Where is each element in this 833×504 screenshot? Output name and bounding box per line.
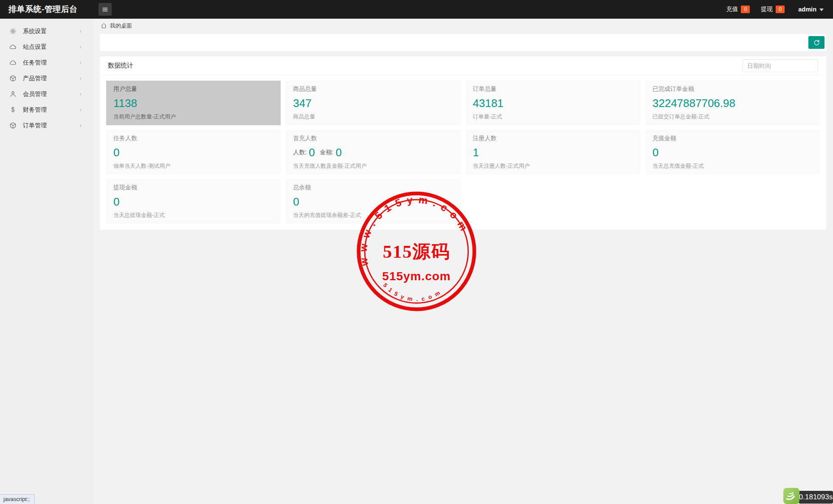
withdraw-count-badge[interactable]: 0 bbox=[776, 6, 785, 14]
stat-card-total-orders[interactable]: 订单总量 43181 订单量-正式 bbox=[466, 81, 640, 125]
date-filter-input[interactable] bbox=[743, 59, 818, 72]
card-label: 任务人数 bbox=[113, 135, 273, 142]
stat-card-total-balance[interactable]: 总余额 0 当天的充值提现余额差-正式 bbox=[286, 179, 460, 224]
sidebar-item-task-management[interactable]: 任务管理 bbox=[0, 55, 93, 70]
user-menu[interactable]: admin bbox=[798, 6, 824, 13]
pair-key: 人数: bbox=[293, 149, 307, 156]
card-desc: 当天注册人数-正式用户 bbox=[473, 162, 633, 170]
refresh-button[interactable] bbox=[808, 36, 825, 49]
card-label: 订单总量 bbox=[473, 85, 633, 93]
card-value: 1138 bbox=[113, 98, 273, 109]
chevron-left-icon bbox=[78, 29, 83, 34]
sidebar-item-label: 任务管理 bbox=[23, 59, 47, 67]
cloud-icon bbox=[9, 59, 17, 66]
pair-value: 0 bbox=[309, 147, 315, 158]
app-title: 排单系统-管理后台 bbox=[0, 4, 78, 15]
sidebar-item-label: 系统设置 bbox=[23, 28, 47, 35]
stamp-arc-bottom-text: 5 1 5 y m . c o m bbox=[382, 282, 442, 302]
user-icon bbox=[9, 90, 17, 98]
chevron-left-icon bbox=[78, 92, 83, 97]
pair-value: 0 bbox=[336, 147, 342, 158]
hamburger-icon bbox=[101, 6, 109, 13]
card-desc: 做单当天人数-测试用户 bbox=[113, 162, 273, 170]
breadcrumb: 我的桌面 bbox=[93, 19, 833, 33]
card-value: 0 bbox=[113, 147, 273, 158]
card-desc: 当前用户总数量-正式用户 bbox=[113, 113, 273, 121]
stat-card-completed-order-amount[interactable]: 已完成订单金额 32247887706.98 已提交订单总金额-正式 bbox=[645, 81, 820, 125]
stats-cards-grid: 用户总量 1138 当前用户总数量-正式用户 商品总量 347 商品总量 订单总… bbox=[100, 75, 826, 229]
card-label: 已完成订单金额 bbox=[653, 85, 813, 93]
stats-panel: 数据统计 用户总量 1138 当前用户总数量-正式用户 商品总量 347 商品总… bbox=[100, 56, 826, 230]
breadcrumb-label: 我的桌面 bbox=[110, 22, 132, 30]
card-desc: 当天总提现金额-正式 bbox=[113, 211, 273, 219]
card-label: 充值金额 bbox=[653, 135, 813, 142]
card-desc: 已提交订单总金额-正式 bbox=[653, 113, 813, 121]
card-value: 1 bbox=[473, 147, 633, 158]
sidebar-toggle-button[interactable] bbox=[98, 3, 112, 16]
topbar-actions: 充值 0 提现 0 admin bbox=[726, 6, 833, 14]
card-value: 43181 bbox=[473, 98, 633, 109]
stat-card-first-recharge[interactable]: 首充人数 人数: 0 金额: 0 当天充值人数及金额-正式用户 bbox=[286, 130, 460, 175]
sidebar-item-product-management[interactable]: 产品管理 bbox=[0, 70, 93, 86]
card-label: 总余额 bbox=[293, 184, 453, 191]
card-label: 用户总量 bbox=[113, 85, 273, 93]
sidebar-item-label: 会员管理 bbox=[23, 90, 47, 98]
stat-card-registered-users[interactable]: 注册人数 1 当天注册人数-正式用户 bbox=[466, 130, 640, 175]
stat-card-task-users[interactable]: 任务人数 0 做单当天人数-测试用户 bbox=[106, 130, 281, 175]
sidebar-item-site-settings[interactable]: 站点设置 bbox=[0, 39, 93, 55]
topbar: 排单系统-管理后台 充值 0 提现 0 admin bbox=[0, 0, 833, 19]
cube-icon bbox=[9, 75, 17, 82]
withdraw-link[interactable]: 提现 bbox=[761, 6, 773, 13]
recharge-count-badge[interactable]: 0 bbox=[741, 6, 750, 14]
card-value: 0 bbox=[113, 196, 273, 207]
gear-icon bbox=[9, 28, 17, 35]
card-value: 347 bbox=[293, 98, 453, 109]
link-preview-tooltip: javascript:; bbox=[0, 494, 35, 504]
stats-title: 数据统计 bbox=[108, 62, 133, 70]
svg-text:5 1 5 y m . c o m: 5 1 5 y m . c o m bbox=[382, 282, 442, 302]
sidebar-item-label: 产品管理 bbox=[23, 75, 47, 82]
stats-header: 数据统计 bbox=[100, 56, 826, 75]
stat-card-total-users[interactable]: 用户总量 1138 当前用户总数量-正式用户 bbox=[106, 81, 281, 125]
card-value: 32247887706.98 bbox=[653, 98, 813, 109]
card-desc: 当天总充值金额-正式 bbox=[653, 162, 813, 170]
stat-card-total-products[interactable]: 商品总量 347 商品总量 bbox=[286, 81, 460, 125]
card-desc: 当天的充值提现余额差-正式 bbox=[293, 211, 453, 219]
sidebar-item-order-management[interactable]: 订单管理 bbox=[0, 118, 93, 133]
sidebar: 系统设置 站点设置 任务管理 产品管理 会员管理 财务管理 bbox=[0, 19, 93, 504]
tab-toolbar bbox=[100, 34, 826, 51]
username: admin bbox=[798, 6, 816, 13]
card-desc: 商品总量 bbox=[293, 113, 453, 121]
sidebar-item-system-settings[interactable]: 系统设置 bbox=[0, 23, 93, 39]
sidebar-item-label: 站点设置 bbox=[23, 43, 47, 51]
card-label: 商品总量 bbox=[293, 85, 453, 93]
stamp-center-text: 515源码 bbox=[383, 242, 450, 262]
card-label: 首充人数 bbox=[293, 135, 453, 142]
dollar-icon bbox=[9, 106, 17, 113]
sidebar-item-finance-management[interactable]: 财务管理 bbox=[0, 102, 93, 118]
sidebar-item-label: 订单管理 bbox=[23, 122, 47, 130]
chevron-left-icon bbox=[78, 107, 83, 113]
thinkphp-logo-icon[interactable] bbox=[783, 488, 799, 504]
recharge-link[interactable]: 充值 bbox=[726, 6, 738, 13]
chevron-left-icon bbox=[78, 45, 83, 50]
card-value: 0 bbox=[293, 196, 453, 207]
card-value: 0 bbox=[653, 147, 813, 158]
cube-icon bbox=[9, 122, 17, 129]
chevron-left-icon bbox=[78, 76, 83, 81]
stat-card-withdraw-amount[interactable]: 提现金额 0 当天总提现金额-正式 bbox=[106, 179, 281, 224]
card-label: 注册人数 bbox=[473, 135, 633, 142]
pair-key: 金额: bbox=[320, 149, 334, 156]
sidebar-item-label: 财务管理 bbox=[23, 106, 47, 114]
page-load-time: 0.181093s bbox=[799, 491, 833, 504]
sidebar-item-member-management[interactable]: 会员管理 bbox=[0, 86, 93, 102]
stamp-domain-text: 515ym.com bbox=[382, 270, 450, 283]
card-desc: 当天充值人数及金额-正式用户 bbox=[293, 162, 453, 170]
stat-card-recharge-amount[interactable]: 充值金额 0 当天总充值金额-正式 bbox=[645, 130, 820, 175]
caret-down-icon bbox=[819, 6, 824, 13]
card-label: 提现金额 bbox=[113, 184, 273, 191]
chevron-left-icon bbox=[78, 60, 83, 65]
cloud-icon bbox=[9, 43, 17, 51]
home-icon[interactable] bbox=[101, 23, 107, 29]
refresh-icon bbox=[813, 39, 820, 46]
